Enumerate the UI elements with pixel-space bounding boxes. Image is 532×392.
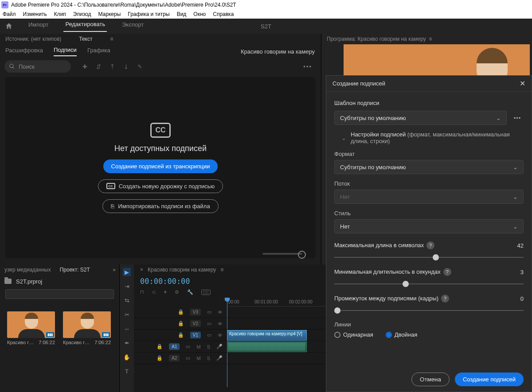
chevron-down-icon: ⌄	[513, 164, 518, 171]
menu-window[interactable]: Окно	[193, 11, 206, 17]
eye-icon[interactable]: 👁	[218, 333, 223, 338]
maxlen-value: 42	[517, 242, 524, 249]
mindur-slider[interactable]	[334, 279, 524, 288]
menu-help[interactable]: Справка	[213, 11, 234, 17]
create-caption-track-button[interactable]: CCСоздать новую дорожку с подписью	[98, 179, 223, 193]
lock-icon[interactable]: 🔒	[156, 344, 163, 349]
create-captions-button[interactable]: Создание подписей	[455, 373, 524, 386]
edit-icon[interactable]: ✎	[137, 63, 142, 70]
timeline-sequence-name[interactable]: Красиво говорим на камеру	[148, 267, 216, 273]
workspace-import[interactable]: Импорт	[27, 21, 50, 31]
menu-markers[interactable]: Маркеры	[98, 11, 121, 17]
project-clip-item[interactable]: ▮▮▮ Красиво гово...7:06:22	[7, 311, 55, 345]
project-search-input[interactable]	[5, 289, 114, 299]
workspace-export[interactable]: Экспорт	[120, 21, 145, 31]
more-options-icon[interactable]: •••	[303, 63, 312, 70]
eye-icon[interactable]: 👁	[218, 310, 223, 315]
ripple-tool-icon[interactable]: ⇆	[123, 296, 131, 304]
timeline-toolbar: ▶ ⇥ ⇆ ✂ ↔ ✒ ✋ T	[120, 264, 134, 392]
lock-icon[interactable]: 🔒	[156, 355, 163, 361]
svg-line-1	[13, 67, 14, 69]
template-options-icon[interactable]: •••	[511, 115, 524, 121]
panel-overflow-icon[interactable]: »	[113, 267, 115, 273]
cancel-button[interactable]: Отмена	[411, 373, 450, 386]
chevron-down-icon: ⌄	[341, 135, 346, 141]
source-tab[interactable]: Источник: (нет клипов)	[5, 36, 61, 42]
add-caption-icon[interactable]: ✚	[82, 63, 87, 70]
slip-tool-icon[interactable]: ↔	[123, 325, 131, 333]
media-browser-tab[interactable]: узер медиаданных	[4, 267, 51, 273]
window-titlebar: Pr Adobe Premiere Pro 2024 - C:\Пользова…	[0, 0, 532, 10]
stream-label: Поток	[334, 180, 524, 187]
project-tab[interactable]: Проект: S2T	[60, 267, 90, 273]
menu-graphics[interactable]: Графика и титры	[128, 11, 169, 17]
import-captions-button[interactable]: ⎘Импортировать подписи из файла	[102, 199, 218, 213]
lock-icon[interactable]: 🔒	[178, 321, 184, 326]
merge-up-icon[interactable]: ⤒	[110, 63, 115, 70]
maxlen-slider[interactable]	[334, 253, 524, 262]
home-icon[interactable]	[4, 22, 13, 30]
zoom-slider[interactable]	[262, 253, 302, 255]
workspace-edit[interactable]: Редактировать	[63, 21, 107, 32]
menu-sequence[interactable]: Эпизод	[73, 11, 91, 17]
gap-slider[interactable]	[334, 306, 524, 315]
pen-tool-icon[interactable]: ✒	[123, 339, 131, 347]
project-clip-item[interactable]: ▮▮▮ Красиво гово...7:06:22	[63, 311, 111, 345]
help-icon[interactable]: ?	[441, 295, 449, 303]
template-dropdown[interactable]: Субтитры по умолчанию⌄	[334, 111, 507, 125]
menu-edit[interactable]: Изменить	[23, 11, 47, 17]
stream-dropdown: Нет⌄	[334, 190, 524, 204]
hand-tool-icon[interactable]: ✋	[123, 353, 131, 361]
type-tool-icon[interactable]: T	[123, 367, 131, 375]
format-dropdown[interactable]: Субтитры по умолчанию⌄	[334, 160, 524, 174]
captions-empty-area: CC Нет доступных подписей Создание подпи…	[5, 77, 316, 258]
radio-double[interactable]: Двойная	[386, 331, 418, 338]
chevron-down-icon: ⌄	[513, 194, 518, 200]
tl-wrench-icon[interactable]: 🔧	[187, 289, 193, 295]
lock-icon[interactable]: 🔒	[178, 332, 184, 338]
help-icon[interactable]: ?	[443, 268, 451, 276]
track-select-tool-icon[interactable]: ⇥	[123, 282, 131, 290]
help-icon[interactable]: ?	[426, 241, 434, 249]
tl-snap-icon[interactable]: ⊓	[140, 289, 144, 295]
mic-icon[interactable]: 🎤	[216, 344, 223, 349]
gap-label: Промежуток между подписями (кадры)	[334, 295, 438, 302]
tab-captions[interactable]: Подписи	[54, 47, 77, 56]
tab-transcript[interactable]: Расшифровка	[5, 47, 43, 56]
close-icon[interactable]: ✕	[520, 79, 525, 88]
selection-tool-icon[interactable]: ▶	[123, 268, 131, 276]
text-tab[interactable]: Текст	[79, 36, 92, 42]
lines-label: Линии	[334, 321, 524, 328]
merge-down-icon[interactable]: ⤓	[124, 63, 129, 70]
format-label: Формат	[334, 151, 524, 157]
menu-file[interactable]: Файл	[3, 11, 16, 17]
settings-expander[interactable]: ⌄ Настройки подписей (формат, максимальн…	[341, 131, 524, 144]
timeline-video-clip[interactable]: Красиво говорим на камеру.mp4 [V]	[227, 330, 307, 341]
tl-cc-icon[interactable]: CC	[201, 290, 211, 295]
no-captions-label: Нет доступных подписей	[114, 144, 207, 153]
project-folder-icon	[4, 279, 12, 284]
razor-tool-icon[interactable]: ✂	[123, 310, 131, 318]
eye-icon[interactable]: 👁	[218, 321, 223, 326]
lock-icon[interactable]: 🔒	[178, 309, 184, 315]
timeline-audio-clip[interactable]	[227, 342, 307, 352]
menu-clip[interactable]: Клип	[54, 11, 66, 17]
radio-single[interactable]: Одинарная	[334, 331, 373, 338]
search-placeholder: Поиск	[19, 63, 35, 70]
svg-point-0	[10, 64, 13, 68]
mic-icon[interactable]: 🎤	[216, 355, 223, 361]
sequence-name-label: Красиво говорим на камеру	[241, 48, 315, 55]
tl-link-icon[interactable]: ⊂	[152, 289, 156, 295]
tab-graphics[interactable]: Графика	[87, 47, 110, 56]
cc-small-icon: CC	[106, 183, 115, 189]
style-dropdown[interactable]: Нет⌄	[334, 219, 524, 233]
menu-view[interactable]: Вид	[177, 11, 187, 17]
split-icon[interactable]: ⇵	[96, 63, 101, 70]
tl-marker-icon[interactable]: ▾	[164, 289, 167, 295]
create-from-transcript-button[interactable]: Создание подписей из транскрипции	[103, 159, 218, 173]
tl-settings-icon[interactable]: ⚙	[175, 289, 179, 295]
panel-menu-icon[interactable]: ≡	[110, 36, 113, 42]
maxlen-label: Максимальная длина в символах	[334, 242, 424, 248]
search-input[interactable]: Поиск	[4, 60, 71, 73]
style-label: Стиль	[334, 210, 524, 217]
